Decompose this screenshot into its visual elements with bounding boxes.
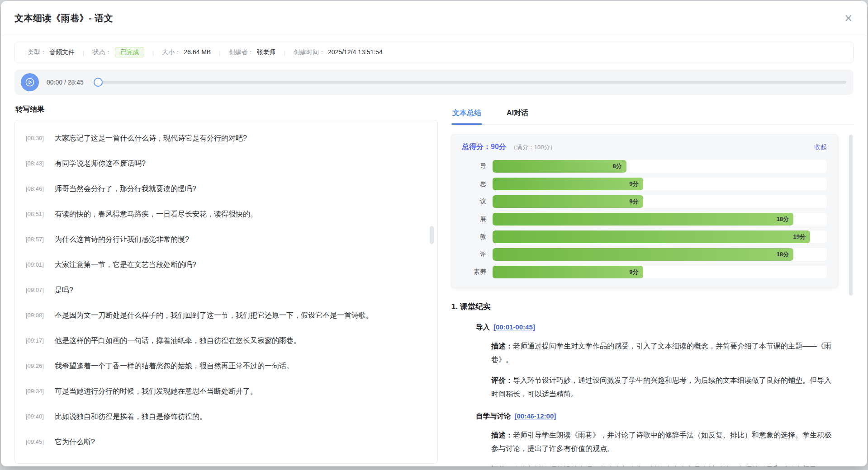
transcript-row[interactable]: [08:57]为什么这首诗的分行让我们感觉非常的慢? (26, 233, 374, 246)
page-title: 文本细读《雨巷》- 语文 (14, 12, 113, 24)
transcript-box: [08:30]大家忘记了这是一首什么什么诗，现代诗它是有分行的对吧?[08:43… (14, 120, 438, 464)
score-bar-row: 导8分 (462, 160, 827, 173)
score-bar-value: 19分 (793, 233, 806, 241)
report-block: 自学与讨论[00:46-12:00]描述：老师引导学生朗读《雨巷》，并讨论了诗歌… (451, 412, 838, 466)
summary-scrollbar[interactable] (849, 135, 853, 296)
block-evaluation-label: 评价： (491, 465, 513, 466)
transcript-row[interactable]: [09:08]不是因为文一刀断处是什么样子的，我们回到了这一节，我们把它还原一下… (26, 309, 374, 322)
score-bar-row: 教19分 (462, 230, 827, 243)
detail-dialog: 文本细读《雨巷》- 语文 ✕ 类型：音频文件|状态：已完成|大小：26.64 M… (1, 1, 867, 466)
section-blocks: 导入[00:01-00:45]描述：老师通过提问学生对文学作品的感受，引入了文本… (451, 323, 838, 466)
transcript-timestamp: [08:30] (26, 132, 55, 145)
score-bar-value: 18分 (777, 215, 789, 223)
transcript-text: 他是这样的平白如画的一句话，撑着油纸伞，独自彷徨在悠长又寂寥的雨巷。 (55, 334, 301, 347)
time-range-link[interactable]: [00:46-12:00] (515, 412, 556, 420)
meta-separator: | (83, 49, 84, 56)
score-bar-label: 评 (462, 250, 486, 258)
meta-label: 创建者： (229, 48, 254, 56)
score-bar-value: 9分 (629, 197, 638, 206)
score-bar-track: 18分 (493, 213, 827, 226)
transcript-row[interactable]: [08:51]有读的快的，春风得意马蹄疾，一日看尽长安花，读得很快的。 (26, 208, 374, 221)
time-range-link[interactable]: [00:01-00:45] (493, 323, 535, 331)
score-chart: 导8分思9分议9分展18分教19分评18分素养9分 (462, 160, 827, 278)
block-description-label: 描述： (491, 431, 513, 439)
block-phase-name: 自学与讨论 (476, 412, 511, 420)
transcript-row[interactable]: [09:34]可是当她进行分行的时候，我们发现她在意思不当断处断开了。 (26, 385, 374, 398)
meta-label: 大小： (162, 48, 181, 56)
score-bar-fill: 19分 (493, 230, 810, 243)
score-bar-value: 9分 (629, 268, 638, 276)
score-bar-label: 议 (462, 197, 486, 206)
score-bar-track: 9分 (493, 178, 827, 190)
score-bar-label: 素养 (462, 268, 486, 276)
transcript-row[interactable]: [09:40]比如说独自和彷徨是挨着，独自是修饰彷徨的。 (26, 410, 374, 423)
transcript-row[interactable]: [08:43]有同学说老师你这不废话吗? (26, 157, 374, 170)
transcript-text: 师哥当然会分行了，那分行我就要读的慢吗? (55, 183, 196, 195)
transcript-text: 为什么这首诗的分行让我们感觉非常的慢? (55, 233, 189, 246)
score-bar-track: 18分 (493, 248, 827, 261)
transcript-text: 大家忘记了这是一首什么什么诗，现代诗它是有分行的对吧? (55, 132, 247, 145)
block-evaluation-text: 自学与讨论环节设计合理，学生参与度高，讨论内容丰富且有针对性，老师的引导和反馈也… (513, 465, 817, 466)
transcript-text: 我希望逢着一个丁香一样的结着愁怨的姑娘，很自然再正常不过的一句话。 (55, 360, 294, 372)
meta-value: 张老师 (257, 48, 276, 56)
block-description-label: 描述： (491, 342, 513, 350)
meta-separator: | (284, 49, 285, 56)
slider-track[interactable] (95, 81, 846, 84)
block-description-text: 老师引导学生朗读《雨巷》，并讨论了诗歌中的修辞手法（如反复、排比）和意象的选择。… (491, 431, 831, 452)
transcript-text: 有读的快的，春风得意马蹄疾，一日看尽长安花，读得很快的。 (55, 208, 257, 221)
transcript-row[interactable]: [08:46]师哥当然会分行了，那分行我就要读的慢吗? (26, 183, 374, 195)
score-bar-value: 9分 (629, 180, 638, 188)
meta-value: 26.64 MB (184, 48, 211, 56)
transcript-row[interactable]: [09:26]我希望逢着一个丁香一样的结着愁怨的姑娘，很自然再正常不过的一句话。 (26, 360, 374, 372)
slider-handle[interactable] (94, 78, 103, 87)
score-bar-label: 思 (462, 180, 486, 188)
score-bar-track: 9分 (493, 266, 827, 278)
score-bar-fill: 9分 (493, 195, 643, 208)
meta-label: 创建时间： (294, 48, 325, 56)
score-bar-value: 18分 (777, 250, 789, 258)
play-button[interactable] (21, 73, 39, 91)
score-bar-fill: 18分 (493, 213, 793, 226)
tab-bar: 文本总结 AI对话 (451, 107, 854, 125)
block-phase-name: 导入 (476, 323, 490, 331)
transcript-timestamp: [08:46] (26, 183, 55, 195)
transcript-row[interactable]: [09:01]大家注意第一节，它是在文艺当段处断的吗? (26, 258, 374, 271)
transcript-row[interactable]: [09:17]他是这样的平白如画的一句话，撑着油纸伞，独自彷徨在悠长又寂寥的雨巷… (26, 334, 374, 347)
score-bar-track: 19分 (493, 230, 827, 243)
transcript-row[interactable]: [09:07]是吗? (26, 284, 374, 296)
transcript-timestamp: [09:34] (26, 385, 55, 398)
meta-label: 类型： (28, 48, 47, 56)
seek-slider[interactable] (94, 78, 846, 87)
transcript-timestamp: [09:40] (26, 410, 55, 423)
meta-field: 大小：26.64 MB (162, 48, 211, 56)
score-bar-fill: 8分 (493, 160, 626, 173)
score-bar-row: 议9分 (462, 195, 827, 208)
analysis-panel: 文本总结 AI对话 总得分：90分 （满分：100分） 收起 导8分思9分议9分… (451, 101, 854, 466)
score-bar-fill: 9分 (493, 266, 643, 278)
score-bar-fill: 18分 (493, 248, 793, 261)
close-icon[interactable]: ✕ (844, 14, 853, 24)
score-bar-row: 素养9分 (462, 266, 827, 278)
transcript-timestamp: [08:43] (26, 157, 55, 170)
score-bar-fill: 9分 (493, 178, 643, 190)
block-evaluation-label: 评价： (491, 376, 513, 384)
status-badge: 已完成 (115, 47, 144, 57)
tab-ai-chat[interactable]: AI对话 (506, 107, 529, 124)
transcript-timestamp: [08:51] (26, 208, 55, 221)
transcript-scrollbar[interactable] (430, 226, 434, 244)
meta-separator: | (152, 49, 154, 56)
collapse-link[interactable]: 收起 (814, 143, 827, 151)
transcript-row[interactable]: [08:30]大家忘记了这是一首什么什么诗，现代诗它是有分行的对吧? (26, 132, 374, 145)
score-bar-row: 展18分 (462, 213, 827, 226)
meta-value: 2025/12/4 13:51:54 (328, 48, 383, 56)
meta-bar: 类型：音频文件|状态：已完成|大小：26.64 MB|创建者：张老师|创建时间：… (14, 42, 854, 63)
transcript-timestamp: [09:17] (26, 334, 55, 347)
tab-text-summary[interactable]: 文本总结 (451, 107, 482, 124)
transcript-row[interactable]: [09:45]它为什么断? (26, 436, 374, 448)
block-description: 描述：老师引导学生朗读《雨巷》，并讨论了诗歌中的修辞手法（如反复、排比）和意象的… (491, 428, 838, 456)
transcript-timestamp: [09:07] (26, 284, 55, 296)
score-bar-row: 评18分 (462, 248, 827, 261)
meta-field: 状态：已完成 (92, 48, 144, 56)
meta-field: 类型：音频文件 (28, 48, 75, 56)
transcript-timestamp: [09:45] (26, 436, 55, 448)
